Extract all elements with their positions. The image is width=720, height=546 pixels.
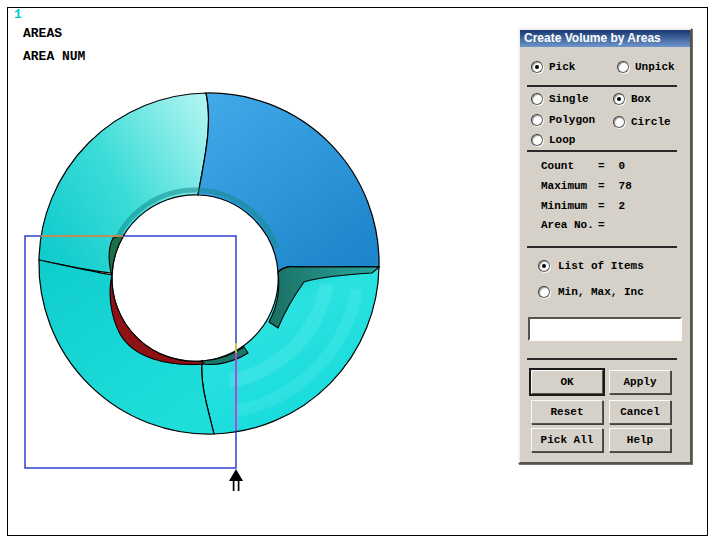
stat-maximum: Maximum=78 — [541, 180, 632, 192]
separator — [527, 246, 677, 248]
torus-segment-top-left[interactable] — [39, 93, 209, 275]
radio-list-of-items-label: List of Items — [558, 260, 644, 272]
radio-unpick-label: Unpick — [635, 61, 675, 73]
dialog-title-bar[interactable]: Create Volume by Areas — [520, 30, 690, 47]
radio-circle-label: Circle — [631, 116, 671, 128]
radio-box-label: Box — [631, 93, 651, 105]
radio-polygon[interactable] — [531, 114, 543, 126]
stat-minimum: Minimum=2 — [541, 200, 625, 212]
radio-unpick[interactable] — [617, 61, 629, 73]
pick-cursor-arrow — [229, 469, 243, 491]
radio-pick[interactable] — [531, 61, 543, 73]
ansys-graphics-window: 1 AREAS AREA NUM — [0, 0, 720, 546]
cut-face-green[interactable] — [109, 235, 124, 275]
radio-min-max-inc[interactable] — [538, 286, 550, 298]
item-list-input[interactable] — [528, 317, 682, 341]
separator — [527, 150, 677, 152]
reset-button[interactable]: Reset — [531, 400, 603, 424]
separator — [527, 358, 677, 360]
apply-button[interactable]: Apply — [609, 370, 671, 394]
separator — [527, 85, 677, 87]
stat-area-no: Area No.= — [541, 219, 619, 231]
stat-count: Count=0 — [541, 160, 625, 172]
torus-segment-bottom-left[interactable] — [39, 260, 214, 434]
radio-box[interactable] — [613, 93, 625, 105]
radio-polygon-label: Polygon — [549, 114, 595, 126]
torus-segment-top-right-blue[interactable] — [198, 93, 379, 272]
radio-loop[interactable] — [531, 134, 543, 146]
radio-loop-label: Loop — [549, 134, 575, 146]
radio-list-of-items[interactable] — [538, 260, 550, 272]
radio-pick-label: Pick — [549, 61, 575, 73]
cancel-button[interactable]: Cancel — [609, 400, 671, 424]
help-button[interactable]: Help — [609, 428, 671, 452]
radio-single[interactable] — [531, 93, 543, 105]
radio-min-max-inc-label: Min, Max, Inc — [558, 286, 644, 298]
ok-button[interactable]: OK — [531, 370, 603, 394]
pick-all-button[interactable]: Pick All — [531, 428, 603, 452]
radio-single-label: Single — [549, 93, 589, 105]
torus-volume — [39, 93, 379, 434]
create-volume-by-areas-dialog: Create Volume by Areas Pick Unpick Singl… — [518, 28, 692, 464]
radio-circle[interactable] — [613, 116, 625, 128]
